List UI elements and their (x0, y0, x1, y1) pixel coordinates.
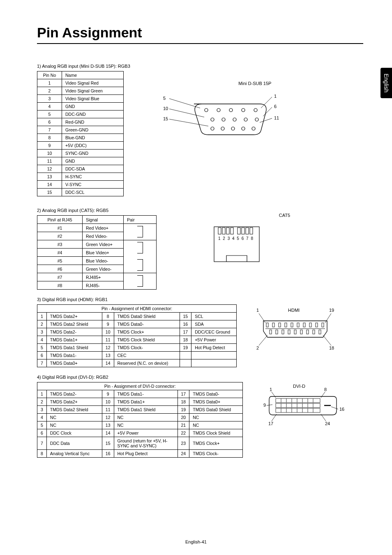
table-rgb5: Pin# at RJ45 Signal Pair #1Red Video+ #2… (37, 215, 157, 290)
svg-point-13 (233, 118, 236, 121)
table-cell: TMDS Data0- (189, 390, 243, 398)
table-cell: GND (62, 103, 124, 111)
table-cell: SYNC-GND (62, 150, 124, 157)
svg-rect-29 (222, 228, 225, 234)
table-cell: Hot Plug Detect (114, 450, 178, 458)
table-cell: TMDS Data1 Shield (46, 344, 102, 352)
svg-rect-49 (285, 323, 287, 327)
svg-text:8: 8 (324, 387, 327, 392)
table-cell: 24 (178, 450, 189, 458)
table-cell: 14 (102, 429, 114, 437)
page-footer: English-41 (0, 539, 392, 544)
table-cell: 10 (102, 398, 114, 406)
table-cell: TMDS Data2 Shield (46, 320, 102, 328)
table-cell: 5 (37, 421, 47, 429)
table-cell: 5 (37, 344, 47, 352)
section4-label: 4) Digital RGB input (DVI-D): RGB2 (37, 375, 363, 380)
table-cell: TMDS Data1- (114, 390, 178, 398)
svg-text:1: 1 (270, 387, 272, 392)
table-cell: TMDS Data0 Shield (114, 313, 180, 320)
table-cell: 22 (178, 429, 189, 437)
th: Pin# at RJ45 (37, 216, 83, 224)
table-cell: 9 (102, 320, 114, 328)
svg-point-18 (231, 127, 235, 130)
diagram-dsub: 5 10 15 1 6 11 (147, 92, 286, 149)
table-cell: 11 (102, 406, 114, 414)
table-cell: 6 (37, 352, 47, 359)
th: Name (62, 71, 124, 79)
table-cell: 7 (37, 126, 62, 134)
table-cell: 9 (37, 142, 62, 150)
svg-rect-31 (231, 228, 233, 234)
table-cell: V-SYNC (62, 181, 124, 189)
table-cell: +5V Power (114, 429, 178, 437)
svg-line-42 (259, 313, 265, 323)
svg-rect-62 (307, 330, 309, 334)
table-cell: TMDS Clock+ (189, 437, 243, 450)
diagram-hdmi: HDMI 1 19 2 18 (253, 304, 339, 354)
diagram-cat5: 1 2 3 4 5 6 7 8 (206, 223, 267, 268)
svg-rect-80 (276, 403, 320, 408)
table-cell (191, 352, 237, 359)
table-cell: CEC (114, 352, 180, 359)
table-cell: TMDS Clock+ (114, 328, 180, 336)
table-cell: 6 (37, 118, 62, 126)
table-cell: 19 (180, 344, 191, 352)
table-cell: 15 (180, 313, 191, 320)
svg-point-20 (252, 127, 255, 130)
table-cell: 23 (178, 437, 189, 450)
svg-point-7 (217, 108, 220, 112)
table-cell: TMDS Clock- (189, 450, 243, 458)
th: Pair (124, 216, 157, 224)
table-cell: 17 (180, 328, 191, 336)
svg-text:DVI-D: DVI-D (293, 384, 305, 389)
table-cell: 2 (37, 320, 47, 328)
table-dvid-header: Pin - Assignment of DVI-D connector: (37, 382, 243, 390)
table-cell: 13 (37, 173, 62, 181)
table-hdmi-header: Pin - Assignment of HDMI connector: (37, 305, 237, 313)
table-cell: Video Signal Blue (62, 95, 124, 103)
table-cell: 12 (102, 344, 114, 352)
svg-rect-63 (313, 330, 315, 334)
table-cell: 11 (102, 336, 114, 344)
section2-label: 2) Analog RGB input (CAT5): RGB5 (37, 208, 157, 213)
svg-text:11: 11 (274, 115, 279, 120)
table-cell: NC (189, 414, 243, 421)
diagram-label-dsub: Mini D-SUB 15P (147, 81, 363, 86)
table-cell: Analog Vertical Sync (46, 450, 102, 458)
svg-rect-57 (276, 330, 278, 334)
table-cell (191, 359, 237, 367)
svg-text:9: 9 (263, 403, 266, 408)
svg-text:15: 15 (163, 116, 168, 121)
svg-rect-28 (218, 228, 221, 234)
table-cell: 2 (37, 87, 62, 95)
table-cell: 3 (37, 95, 62, 103)
svg-point-8 (229, 108, 233, 112)
table-cell: 1 (37, 313, 47, 320)
svg-text:2: 2 (256, 345, 259, 350)
table-cell: 16 (102, 450, 114, 458)
svg-rect-58 (282, 330, 284, 334)
table-cell: Ground (return for +5V, H-SYNC and V-SYN… (114, 437, 178, 450)
table-cell: Video Signal Green (62, 87, 124, 95)
table-cell: Red-GND (62, 118, 124, 126)
table-cell: Hot Plug Detect (191, 344, 237, 352)
table-cell: 14 (37, 181, 62, 189)
svg-text:6: 6 (274, 104, 277, 109)
table-cell: 12 (102, 414, 114, 421)
table-cell: 18 (180, 336, 191, 344)
table-cell: NC (46, 414, 102, 421)
table-cell: DDC-SCL (62, 189, 124, 196)
table-cell: 19 (178, 406, 189, 414)
svg-line-25 (263, 107, 272, 116)
svg-line-76 (331, 407, 338, 409)
table-cell: H-SYNC (62, 173, 124, 181)
svg-rect-50 (291, 323, 293, 327)
svg-line-73 (272, 392, 276, 398)
diagram-label-cat5: CAT5 (206, 213, 363, 218)
svg-point-10 (254, 108, 257, 112)
table-cell: Blue-GND (62, 134, 124, 142)
table-cell: TMDS Data2+ (46, 398, 102, 406)
table-cell: 18 (178, 398, 189, 406)
table-cell: 4 (37, 103, 62, 111)
